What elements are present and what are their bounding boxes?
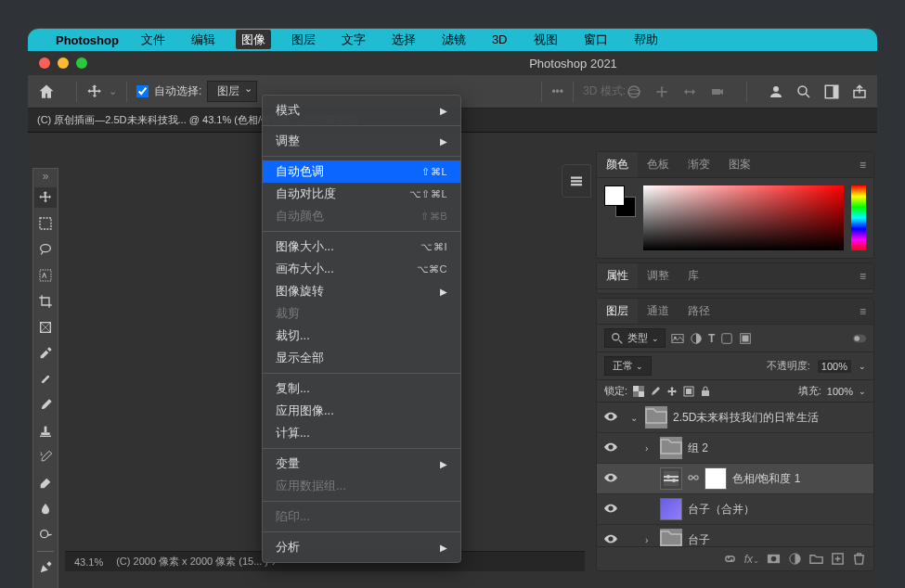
home-icon[interactable]	[37, 83, 56, 101]
tab-adjustments[interactable]: 调整	[638, 263, 679, 288]
pan-3d-icon[interactable]	[653, 83, 670, 100]
lock-transparency-icon[interactable]	[633, 386, 644, 397]
menu-item-文字[interactable]: 文字	[336, 30, 371, 49]
eyedropper-tool[interactable]	[34, 343, 57, 364]
dodge-tool[interactable]	[34, 525, 57, 545]
tab-gradients[interactable]: 渐变	[679, 152, 719, 177]
link-mask-icon[interactable]	[688, 472, 699, 486]
layer-tree[interactable]: ⌄2.5D未来科技我们的日常生活›组 2色相/饱和度 1台子（合并）›台子›大屏…	[597, 403, 873, 546]
search-icon[interactable]	[795, 83, 812, 100]
menu-item-视图[interactable]: 视图	[528, 30, 563, 49]
menu-item[interactable]: 自动色调⇧⌘L	[263, 160, 460, 183]
lock-paint-icon[interactable]	[650, 386, 661, 397]
menu-item[interactable]: 调整▶	[263, 130, 460, 152]
close-dot-icon[interactable]	[39, 58, 50, 69]
lock-move-icon[interactable]	[666, 386, 678, 397]
image-menu-dropdown[interactable]: 模式▶调整▶自动色调⇧⌘L自动对比度⌥⇧⌘L自动颜色⇧⌘B图像大小...⌥⌘I画…	[262, 95, 461, 563]
adjustment-layer-icon[interactable]	[788, 552, 802, 566]
tab-color[interactable]: 颜色	[597, 152, 638, 177]
panel-menu-icon[interactable]: ≡	[852, 266, 873, 287]
tab-swatches[interactable]: 色板	[638, 152, 679, 177]
menu-item-图像[interactable]: 图像	[236, 30, 271, 49]
filter-toggle-icon[interactable]	[853, 332, 866, 345]
share-icon[interactable]	[851, 83, 868, 100]
tab-properties[interactable]: 属性	[597, 263, 638, 288]
menu-item[interactable]: 图像大小...⌥⌘I	[263, 236, 460, 258]
fullscreen-dot-icon[interactable]	[76, 58, 87, 69]
layer-name-label[interactable]: 色相/饱和度 1	[732, 471, 868, 487]
tab-layers[interactable]: 图层	[597, 299, 638, 324]
tab-paths[interactable]: 路径	[679, 299, 719, 324]
menu-item-图层[interactable]: 图层	[286, 30, 321, 49]
visibility-toggle[interactable]	[602, 533, 619, 546]
slide-3d-icon[interactable]	[681, 83, 698, 100]
menu-item-帮助[interactable]: 帮助	[628, 30, 664, 49]
link-layers-icon[interactable]	[723, 552, 737, 566]
panel-menu-icon[interactable]: ≡	[852, 155, 873, 175]
filter-smart-icon[interactable]	[739, 332, 752, 345]
menu-item[interactable]: 复制...	[263, 377, 460, 400]
user-icon[interactable]	[768, 83, 784, 100]
adjustment-thumb[interactable]	[660, 467, 682, 490]
layer-row[interactable]: 台子（合并）	[597, 494, 873, 525]
pen-tool[interactable]	[34, 557, 57, 578]
move-tool[interactable]	[34, 187, 57, 208]
layer-name-label[interactable]: 组 2	[688, 441, 868, 456]
layer-name-label[interactable]: 台子（合并）	[688, 502, 868, 518]
lasso-tool[interactable]	[34, 239, 57, 260]
filter-image-icon[interactable]	[671, 332, 684, 345]
menu-item-3D[interactable]: 3D	[486, 30, 513, 49]
menu-item-窗口[interactable]: 窗口	[578, 30, 614, 49]
history-brush-tool[interactable]	[34, 447, 57, 467]
brush-tool[interactable]	[34, 395, 57, 415]
layer-filter-dropdown[interactable]: 类型⌄	[604, 328, 666, 348]
menu-item[interactable]: 分析▶	[263, 536, 460, 558]
blend-mode-dropdown[interactable]: 正常 ⌄	[604, 356, 652, 376]
camera-3d-icon[interactable]	[709, 83, 726, 100]
visibility-toggle[interactable]	[602, 503, 619, 516]
new-layer-icon[interactable]	[831, 552, 845, 566]
quick-select-tool[interactable]	[34, 265, 57, 286]
menu-item[interactable]: 变量▶	[263, 453, 460, 475]
layer-mask-thumb[interactable]	[705, 467, 727, 490]
delete-layer-icon[interactable]	[852, 552, 866, 566]
tab-patterns[interactable]: 图案	[719, 152, 760, 177]
fx-icon[interactable]: fx⌄	[744, 553, 759, 566]
color-field[interactable]	[643, 185, 844, 250]
lock-all-icon[interactable]	[700, 386, 711, 397]
menu-item-选择[interactable]: 选择	[386, 30, 421, 49]
blur-tool[interactable]	[34, 499, 57, 519]
layer-thumb[interactable]	[660, 498, 682, 520]
crop-tool[interactable]	[34, 291, 57, 312]
visibility-toggle[interactable]	[602, 472, 619, 485]
menu-item[interactable]: 画布大小...⌥⌘C	[263, 258, 460, 280]
tab-channels[interactable]: 通道	[638, 299, 679, 324]
group-icon[interactable]	[809, 552, 823, 566]
hue-strip[interactable]	[851, 185, 866, 250]
menu-item[interactable]: 显示全部	[263, 347, 460, 369]
layer-name-label[interactable]: 台子	[688, 532, 868, 547]
menu-item-滤镜[interactable]: 滤镜	[436, 30, 472, 49]
palette-grip-icon[interactable]: »	[43, 173, 49, 182]
menu-item[interactable]: 裁切...	[263, 325, 460, 347]
minimize-dot-icon[interactable]	[58, 58, 69, 69]
menu-item[interactable]: 应用图像...	[263, 400, 460, 422]
menu-item[interactable]: 自动对比度⌥⇧⌘L	[263, 183, 460, 205]
menu-item-编辑[interactable]: 编辑	[186, 30, 221, 49]
filter-shape-icon[interactable]	[720, 332, 733, 345]
menu-item[interactable]: 计算...	[263, 422, 460, 444]
orbit-icon[interactable]	[626, 83, 642, 100]
opacity-value[interactable]: 100%	[818, 360, 851, 373]
lock-artboard-icon[interactable]	[683, 386, 694, 397]
layer-name-label[interactable]: 2.5D未来科技我们的日常生活	[673, 410, 868, 426]
filter-adjust-icon[interactable]	[690, 332, 703, 345]
eraser-tool[interactable]	[34, 473, 57, 493]
document-info[interactable]: (C) 2000 像素 x 2000 像素 (15... )	[116, 555, 268, 569]
menu-item-文件[interactable]: 文件	[136, 30, 171, 49]
layer-row[interactable]: ⌄2.5D未来科技我们的日常生活	[597, 403, 873, 433]
tab-libraries[interactable]: 库	[679, 263, 708, 288]
healing-tool[interactable]	[34, 369, 57, 390]
panel-dock-handle[interactable]	[562, 164, 591, 198]
disclosure-chevron[interactable]: ›	[645, 443, 654, 454]
mask-icon[interactable]	[767, 552, 781, 566]
